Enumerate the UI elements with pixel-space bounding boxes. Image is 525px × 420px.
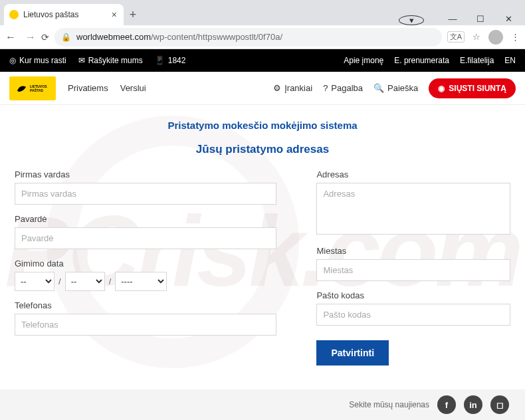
phone-label: Telefonas xyxy=(15,300,276,310)
topbar-eprenum[interactable]: E. prenumerata xyxy=(394,56,449,65)
browser-tab[interactable]: Lietuvos paštas × xyxy=(4,4,124,25)
help-link[interactable]: ?Pagalba xyxy=(323,83,363,93)
bookmark-icon[interactable]: ☆ xyxy=(472,32,480,42)
url-field[interactable]: 🔒 worldwebmeet.com/wp-content/httpswwwpo… xyxy=(54,28,442,47)
send-package-button[interactable]: ◉SIŲSTI SIUNTĄ xyxy=(429,78,516,98)
addr-icons: 文A ☆ ⋮ xyxy=(447,30,520,45)
page-title: Pristatymo mokesčio mokėjimo sistema xyxy=(15,120,510,131)
phone-icon: 📱 xyxy=(155,56,165,65)
nav-forward-icon[interactable]: → xyxy=(25,31,36,43)
dob-year-select[interactable]: ---- xyxy=(115,272,167,291)
city-input[interactable] xyxy=(316,259,510,281)
logo-horn-icon: LIETUVOSPAŠTAS xyxy=(15,81,49,96)
address-label: Adresas xyxy=(316,169,510,179)
url-host: worldwebmeet.com xyxy=(76,32,151,42)
new-tab-button[interactable]: + xyxy=(124,4,142,25)
page: PCrisk.com ◎Kur mus rasti ✉Rašykite mums… xyxy=(0,49,525,420)
address-bar: ← → ⟳ 🔒 worldwebmeet.com/wp-content/http… xyxy=(0,25,525,49)
window-close[interactable]: ✕ xyxy=(496,14,521,24)
dob-sep1: / xyxy=(58,276,61,286)
gear-icon: ⚙ xyxy=(273,83,281,93)
topbar-locate[interactable]: ◎Kur mus rasti xyxy=(9,56,66,65)
menu-icon[interactable]: ⋮ xyxy=(511,32,520,42)
page-footer: Sekite mūsų naujienas f in ◻ xyxy=(0,389,525,420)
nav-private[interactable]: Privatiems xyxy=(68,83,108,93)
topbar-about[interactable]: Apie įmonę xyxy=(344,56,383,65)
page-subtitle: Jūsų pristatymo adresas xyxy=(15,143,510,156)
nav-business[interactable]: Verslui xyxy=(120,83,146,93)
topbar-phone[interactable]: 📱1842 xyxy=(155,56,186,65)
city-label: Miestas xyxy=(316,246,510,256)
tab-title: Lietuvos paštas xyxy=(23,10,78,19)
instagram-icon[interactable]: ◻ xyxy=(490,395,509,414)
window-controls: ▾ — ☐ ✕ xyxy=(399,11,525,25)
translate-icon[interactable]: 文A xyxy=(447,31,465,43)
svg-text:LIETUVOS: LIETUVOS xyxy=(30,84,47,88)
last-name-label: Pavardė xyxy=(15,214,276,224)
nav-back-icon[interactable]: ← xyxy=(5,31,16,43)
profile-avatar[interactable] xyxy=(488,30,503,45)
phone-input[interactable] xyxy=(15,314,276,336)
dob-day-select[interactable]: -- xyxy=(15,272,54,291)
tab-favicon xyxy=(9,10,19,19)
form-content: Pristatymo mokesčio mokėjimo sistema Jūs… xyxy=(0,105,525,376)
nav-arrows: ← → xyxy=(5,31,36,43)
dob-label: Gimimo data xyxy=(15,259,276,268)
question-icon: ? xyxy=(323,83,328,93)
search-link[interactable]: 🔍Paieška xyxy=(373,83,418,93)
facebook-icon[interactable]: f xyxy=(437,395,456,414)
reload-icon[interactable]: ⟳ xyxy=(41,32,49,43)
first-name-input[interactable] xyxy=(15,183,276,205)
topbar-efilat[interactable]: E.filatelija xyxy=(460,56,494,65)
tools-link[interactable]: ⚙Įrankiai xyxy=(273,83,312,93)
linkedin-icon[interactable]: in xyxy=(464,395,482,414)
window-minimize[interactable]: — xyxy=(440,14,465,24)
postal-input[interactable] xyxy=(316,304,510,326)
user-icon: ◉ xyxy=(438,84,445,93)
last-name-input[interactable] xyxy=(15,227,276,249)
confirm-button[interactable]: Patvirtinti xyxy=(316,340,389,366)
footer-follow: Sekite mūsų naujienas xyxy=(349,400,429,409)
postal-label: Pašto kodas xyxy=(316,290,510,300)
window-maximize[interactable]: ☐ xyxy=(468,14,493,24)
site-topbar: ◎Kur mus rasti ✉Rašykite mums 📱1842 Apie… xyxy=(0,49,525,72)
map-pin-icon: ◎ xyxy=(9,56,16,65)
svg-text:PAŠTAS: PAŠTAS xyxy=(30,88,44,92)
address-input[interactable] xyxy=(316,183,510,235)
main-nav: LIETUVOSPAŠTAS Privatiems Verslui ⚙Įrank… xyxy=(0,72,525,105)
browser-titlebar: Lietuvos paštas × + ▾ — ☐ ✕ xyxy=(0,0,525,25)
topbar-lang[interactable]: EN xyxy=(504,56,516,65)
lock-icon: 🔒 xyxy=(61,33,71,42)
dob-month-select[interactable]: -- xyxy=(65,272,105,291)
site-logo[interactable]: LIETUVOSPAŠTAS xyxy=(9,76,56,100)
envelope-icon: ✉ xyxy=(78,56,85,65)
topbar-write[interactable]: ✉Rašykite mums xyxy=(78,56,143,65)
browser-account-icon[interactable]: ▾ xyxy=(399,15,424,25)
url-path: /wp-content/httpswwwpostlt/0f70a/ xyxy=(151,32,282,42)
first-name-label: Pirmas vardas xyxy=(15,169,276,179)
dob-sep2: / xyxy=(109,276,112,286)
tab-close-icon[interactable]: × xyxy=(112,9,117,20)
search-icon: 🔍 xyxy=(373,83,384,93)
